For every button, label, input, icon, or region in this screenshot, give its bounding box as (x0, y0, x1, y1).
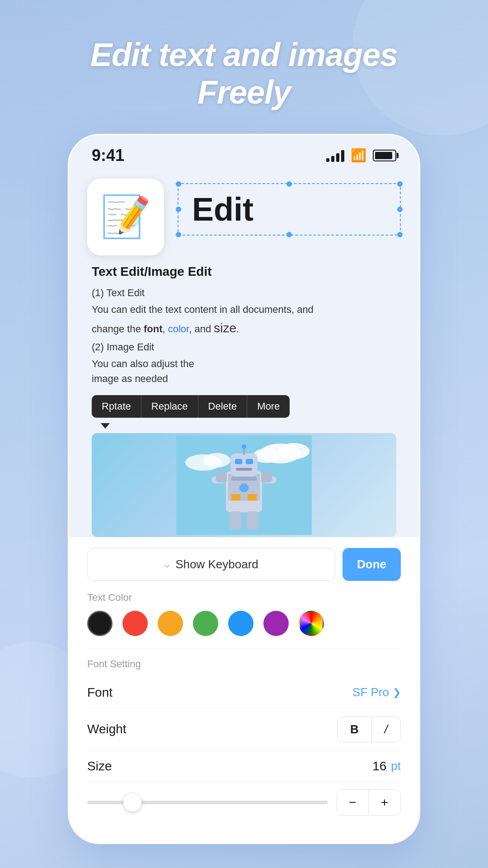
doc-text3: change the font, color, and size. (92, 319, 396, 338)
app-icon: 📝 (87, 179, 164, 255)
color-green[interactable] (193, 611, 218, 636)
headline-line2: Freely (90, 74, 398, 111)
bold-button[interactable]: B (338, 717, 372, 742)
image-container (92, 433, 396, 537)
svg-rect-10 (246, 459, 253, 464)
size-value-display: 16 (372, 759, 386, 774)
size-row: Size 16 pt (87, 751, 401, 782)
color-red[interactable] (122, 611, 148, 636)
corner-handle-mr[interactable] (397, 207, 403, 212)
font-label: Font (87, 685, 113, 700)
doc-text1: (1) Text Edit (92, 285, 396, 300)
context-menu-wrapper: Rptate Replace Delete More (92, 390, 396, 429)
corner-handle-bl[interactable] (176, 232, 181, 237)
bottom-panel: ⌵ Show Keyboard Done Text Color Font Set… (69, 537, 419, 843)
font-setting-section: Font Setting Font SF Pro ❯ Weight B / Si… (87, 649, 401, 820)
font-value-container[interactable]: SF Pro ❯ (352, 685, 401, 699)
edit-text-content[interactable]: Edit (192, 191, 253, 227)
wifi-icon: 📶 (351, 148, 366, 163)
robot-svg (176, 435, 312, 535)
svg-point-2 (278, 443, 310, 459)
headline: Edit text and images Freely (90, 36, 398, 111)
svg-rect-18 (231, 477, 257, 481)
corner-handle-tm[interactable] (286, 181, 292, 187)
show-keyboard-label: Show Keyboard (175, 557, 258, 571)
signal-icon (326, 149, 344, 162)
svg-point-13 (242, 444, 246, 449)
color-rainbow[interactable] (299, 611, 324, 636)
font-value: SF Pro (352, 685, 389, 699)
status-time: 9:41 (92, 146, 124, 165)
svg-rect-11 (236, 468, 252, 471)
slider-stepper-row: − + (87, 789, 401, 820)
color-black[interactable] (87, 611, 113, 636)
phone-mockup: 9:41 📶 📝 (68, 134, 420, 844)
svg-point-5 (203, 453, 230, 467)
svg-rect-12 (243, 448, 245, 455)
weight-row: Weight B / (87, 708, 401, 751)
font-setting-label: Font Setting (87, 658, 401, 670)
doc-text2: You can edit the text content in all doc… (92, 302, 396, 317)
svg-rect-17 (261, 472, 272, 482)
svg-rect-23 (248, 494, 257, 500)
edit-text-box[interactable]: Edit (178, 183, 401, 236)
italic-button[interactable]: / (372, 717, 400, 742)
size-text: size (214, 321, 236, 335)
doc-text4: (2) Image Edit (92, 340, 396, 354)
show-keyboard-row: ⌵ Show Keyboard Done (87, 548, 401, 581)
svg-rect-8 (230, 453, 258, 476)
context-menu-more[interactable]: More (247, 395, 290, 418)
stepper-buttons: − + (337, 789, 401, 816)
svg-rect-20 (230, 511, 241, 529)
text-color-label: Text Color (87, 592, 401, 604)
slider-thumb[interactable] (123, 793, 141, 811)
corner-handle-ml[interactable] (176, 207, 181, 212)
bold-text: font (144, 323, 163, 335)
color-row (87, 611, 401, 636)
color-link[interactable]: color (168, 323, 189, 335)
svg-rect-21 (247, 511, 258, 529)
app-icon-emoji: 📝 (100, 193, 151, 241)
context-menu-delete[interactable]: Delete (198, 395, 248, 418)
size-label: Size (87, 759, 112, 774)
svg-point-19 (239, 483, 249, 492)
chevron-down-icon: ⌵ (164, 558, 170, 570)
doc-text6: image as needed (92, 371, 396, 386)
font-row[interactable]: Font SF Pro ❯ (87, 677, 401, 708)
corner-handle-bm[interactable] (286, 232, 292, 237)
robot-image (92, 433, 396, 537)
battery-icon (373, 150, 396, 161)
doc-title: Text Edit/Image Edit (92, 264, 396, 279)
context-menu[interactable]: Rptate Replace Delete More (92, 395, 290, 418)
phone-content: 📝 Edit Text Edit/Image Edit (1) Text Edi… (69, 170, 419, 537)
context-menu-rotate[interactable]: Rptate (92, 395, 141, 418)
context-menu-replace[interactable]: Replace (141, 395, 198, 418)
top-section: 📝 Edit (87, 179, 401, 255)
weight-label: Weight (87, 722, 127, 736)
status-bar: 9:41 📶 (69, 135, 419, 170)
svg-rect-9 (235, 459, 242, 464)
size-value-container: 16 pt (372, 759, 401, 774)
headline-line1: Edit text and images (90, 36, 398, 74)
stepper-plus-button[interactable]: + (369, 790, 400, 815)
corner-handle-tr[interactable] (397, 181, 403, 187)
stepper-minus-button[interactable]: − (337, 790, 369, 815)
color-purple[interactable] (263, 611, 289, 636)
weight-buttons: B / (337, 717, 401, 742)
svg-rect-22 (231, 494, 240, 500)
doc-text5: You can also adjust the (92, 356, 396, 371)
context-menu-arrow (101, 423, 110, 429)
show-keyboard-button[interactable]: ⌵ Show Keyboard (87, 548, 335, 581)
corner-handle-br[interactable] (397, 232, 403, 237)
size-unit-label: pt (391, 759, 401, 773)
color-blue[interactable] (228, 611, 253, 636)
done-button[interactable]: Done (343, 548, 401, 581)
status-icons: 📶 (326, 148, 396, 163)
chevron-right-icon: ❯ (393, 687, 401, 698)
color-yellow[interactable] (158, 611, 183, 636)
svg-rect-16 (216, 472, 227, 482)
size-slider[interactable] (87, 801, 328, 804)
document-content: Text Edit/Image Edit (1) Text Edit You c… (87, 264, 401, 537)
corner-handle-tl[interactable] (176, 181, 181, 187)
